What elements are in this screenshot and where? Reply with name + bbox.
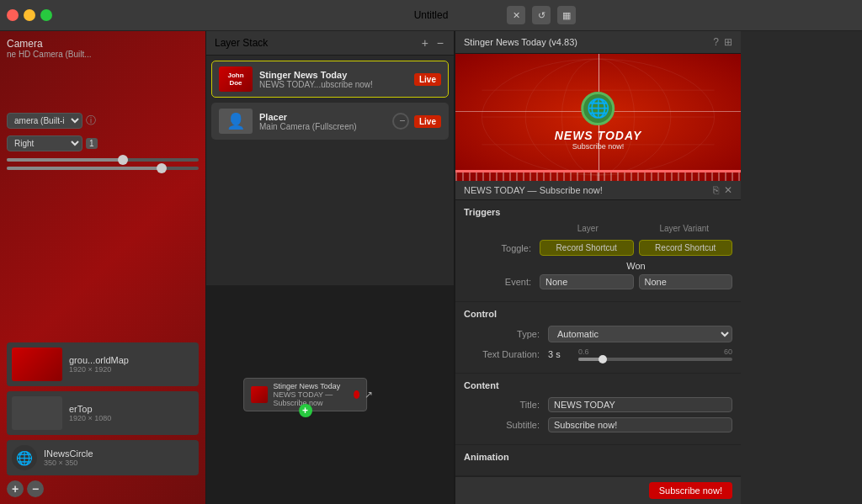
thumb-label-circle: INewsCircle [44,448,93,459]
node-name: Stinger News Today [273,382,349,390]
expand-icon[interactable]: ⊞ [724,36,732,48]
subtitle-row: Subtitle: [464,417,732,432]
thumb-img-worldmap [12,347,62,381]
close-icon[interactable]: ✕ [507,6,525,24]
direction-select-row: Right 1 [7,135,199,151]
close-button[interactable] [7,9,19,21]
layer-controls-stinger: Live [414,73,441,86]
value-badge: 1 [86,138,98,149]
layer-thumb-circle[interactable]: 🌐 INewsCircle 350 × 350 [7,440,199,475]
remove-layer-button[interactable]: − [27,480,44,497]
duration-value: 3 s 0.6 60 [548,347,732,361]
thumb-label-top: erTop [69,404,111,414]
duration-row: Text Duration: 3 s 0.6 60 [464,347,732,361]
layer-controls-placer: Live [392,113,441,130]
info-bar-text: NEWS TODAY — Subscribe now! [464,185,603,195]
layer-item-placer[interactable]: 👤 Placer Main Camera (Fullscreen) Live [211,103,449,140]
triggers-section: Triggers Layer Layer Variant Toggle: Rec… [455,200,741,302]
info-icons: ⎘ ✕ [713,184,732,196]
right-panel-header: Stinger News Today (v4.83) ? ⊞ [455,31,741,54]
toggle-variant-btn[interactable]: Record Shortcut [639,240,733,256]
layer-name-placer: Placer [259,112,392,122]
thumb-sub-top: 1920 × 1080 [69,414,111,422]
remove-stack-button[interactable]: − [435,36,445,50]
slider-fill-2 [7,167,160,170]
left-bottom-btns: + − [7,480,199,497]
add-layer-button[interactable]: + [7,480,24,497]
right-panel-title: Stinger News Today (v4.83) [464,37,577,47]
copy-icon[interactable]: ⎘ [713,184,719,196]
minimize-button[interactable] [24,9,35,21]
layer-stack-header: Layer Stack + − [206,31,454,56]
camera-sublabel: ne HD Camera (Built... [7,50,199,59]
dur-track[interactable] [578,358,732,361]
event-variant-select[interactable]: None [639,274,733,289]
info-icon: ⓘ [86,114,96,128]
camera-label: Camera [7,38,199,50]
slider-track-2[interactable] [7,167,199,170]
type-select[interactable]: Automatic [548,326,732,342]
direction-select[interactable]: Right [7,135,82,151]
subtitle-input[interactable] [548,417,732,432]
animation-section: Animation [455,445,741,476]
event-label: Event: [464,277,540,287]
maximize-button[interactable] [40,9,52,21]
live-badge-stinger: Live [414,73,441,86]
layer-item-stinger[interactable]: John Doe Stinger News Today NEWS TODAY..… [211,61,449,98]
question-icon[interactable]: ? [713,36,719,48]
toggle-row: Toggle: Record Shortcut Record Shortcut [464,240,732,256]
refresh-icon[interactable]: ↺ [532,6,551,24]
grid-icon[interactable]: ▦ [557,6,576,24]
layer-info-stinger: Stinger News Today NEWS TODAY...ubscribe… [259,70,414,89]
cursor-indicator: ↗ [364,389,373,401]
live-badge-placer: Live [414,115,441,128]
right-panel-icons: ? ⊞ [713,36,732,48]
event-layer-select[interactable]: None [540,274,634,289]
won-label: Won [540,261,732,271]
slider-container [7,158,199,162]
toggle-layer-btn[interactable]: Record Shortcut [540,240,634,256]
preview-title: NEWS TODAY [555,129,642,142]
subscribe-button[interactable]: Subscribe now! [649,482,732,499]
animation-title: Animation [464,452,732,462]
node-text: Stinger News Today NEWS TODAY — Subscrib… [273,382,349,407]
node-thumb [251,386,268,403]
slider-max-label: 60 [724,347,732,356]
preview-area: 🌐 NEWS TODAY Subscribe now! [455,54,741,181]
window-title: Untitled [414,9,449,21]
duration-label: Text Duration: [464,349,548,359]
slider-container-2 [7,167,199,170]
type-label: Type: [464,329,548,339]
col-layer-header: Layer [540,224,636,233]
subtitle-label: Subtitle: [464,420,548,430]
x-icon[interactable]: ✕ [724,184,732,196]
layer-sub-stinger: NEWS TODAY...ubscribe now! [259,80,414,89]
thumb-sub-circle: 350 × 350 [44,459,93,467]
layer-thumb-worldmap[interactable]: grou...orldMap 1920 × 1920 [7,342,199,386]
thumb-label-worldmap: grou...orldMap [69,355,129,365]
duration-display: 3 s [548,349,573,359]
layer-thumb-placer: 👤 [219,109,253,134]
title-value [548,397,732,412]
triggers-title: Triggers [464,207,732,217]
left-panel: Camera ne HD Camera (Built... amera (Bui… [0,31,206,504]
node-red-dot [354,390,359,399]
layer-thumb-stinger: John Doe [219,66,253,92]
slider-track[interactable] [7,158,199,162]
layer-sub-placer: Main Camera (Fullscreen) [259,122,392,131]
control-section: Control Type: Automatic Text Duration: 3… [455,302,741,374]
plus-connector[interactable]: + [299,404,312,417]
dur-thumb [599,355,607,363]
camera-select[interactable]: amera (Built-in) © [7,113,82,129]
subtitle-value [548,417,732,432]
preview-logo: 🌐 NEWS TODAY Subscribe now! [555,92,642,151]
thumb-img-top [12,396,62,430]
layer-thumb-top[interactable]: erTop 1920 × 1080 [7,391,199,435]
col-variant-header: Layer Variant [636,224,733,233]
toggle-value: Record Shortcut Record Shortcut [540,240,732,256]
title-input[interactable] [548,397,732,412]
add-stack-button[interactable]: + [420,36,430,50]
left-panel-camera-header: Camera ne HD Camera (Built... [7,38,199,59]
layer-stack-title: Layer Stack [215,37,268,49]
canvas-node-stinger[interactable]: Stinger News Today NEWS TODAY — Subscrib… [243,378,367,411]
